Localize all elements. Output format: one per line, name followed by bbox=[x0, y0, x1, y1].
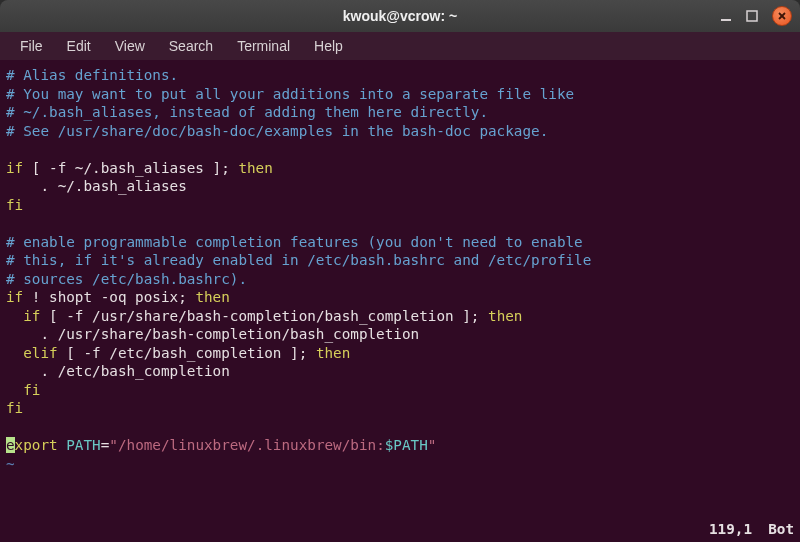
maximize-icon[interactable] bbox=[746, 10, 758, 22]
close-icon[interactable] bbox=[772, 6, 792, 26]
window-title: kwouk@vcrow: ~ bbox=[343, 8, 457, 24]
menu-file[interactable]: File bbox=[10, 34, 53, 58]
editor-line: # this, if it's already enabled in /etc/… bbox=[6, 252, 591, 268]
editor-line: if bbox=[6, 308, 40, 324]
editor-line bbox=[6, 419, 15, 435]
menu-search[interactable]: Search bbox=[159, 34, 223, 58]
editor-line: elif bbox=[6, 345, 58, 361]
editor-line: if bbox=[6, 289, 23, 305]
editor-line bbox=[6, 215, 15, 231]
editor-empty-line: ~ bbox=[6, 456, 15, 472]
editor-line: fi bbox=[6, 197, 23, 213]
editor-line: # ~/.bash_aliases, instead of adding the… bbox=[6, 104, 488, 120]
minimize-icon[interactable] bbox=[720, 10, 732, 22]
menu-edit[interactable]: Edit bbox=[57, 34, 101, 58]
editor-line: # You may want to put all your additions… bbox=[6, 86, 574, 102]
editor-line: . /etc/bash_completion bbox=[6, 363, 230, 379]
editor-line: # Alias definitions. bbox=[6, 67, 178, 83]
status-scroll: Bot bbox=[768, 520, 794, 539]
window-controls bbox=[720, 6, 792, 26]
editor-line bbox=[6, 141, 15, 157]
editor-line: . ~/.bash_aliases bbox=[6, 178, 187, 194]
svg-rect-0 bbox=[721, 19, 731, 21]
editor-line: # sources /etc/bash.bashrc). bbox=[6, 271, 247, 287]
editor-line: # See /usr/share/doc/bash-doc/examples i… bbox=[6, 123, 548, 139]
menu-bar: File Edit View Search Terminal Help bbox=[0, 32, 800, 60]
status-position: 119,1 bbox=[709, 520, 752, 539]
editor-line: if bbox=[6, 160, 23, 176]
terminal-area[interactable]: # Alias definitions. # You may want to p… bbox=[0, 60, 800, 542]
menu-terminal[interactable]: Terminal bbox=[227, 34, 300, 58]
menu-view[interactable]: View bbox=[105, 34, 155, 58]
svg-rect-1 bbox=[747, 11, 757, 21]
editor-line: . /usr/share/bash-completion/bash_comple… bbox=[6, 326, 419, 342]
titlebar: kwouk@vcrow: ~ bbox=[0, 0, 800, 32]
editor-line: # enable programmable completion feature… bbox=[6, 234, 583, 250]
editor-line: fi bbox=[6, 382, 40, 398]
editor-line: fi bbox=[6, 400, 23, 416]
cursor: e bbox=[6, 437, 15, 453]
menu-help[interactable]: Help bbox=[304, 34, 353, 58]
